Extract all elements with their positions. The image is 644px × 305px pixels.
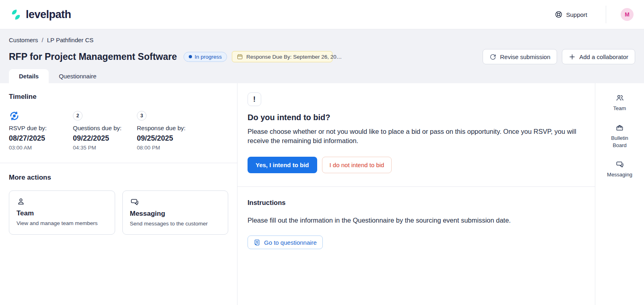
details-left-panel: Timeline [0, 83, 237, 305]
breadcrumb-current: LP Pathfinder CS [47, 37, 94, 43]
exclamation-icon: ! [248, 92, 261, 106]
rail-item-team[interactable]: Team [595, 94, 644, 112]
status-dot-icon [189, 55, 192, 58]
breadcrumb-customers[interactable]: Customers [9, 37, 38, 43]
left-panel-divider [0, 163, 237, 163]
rail-item-label: Bulletin Board [606, 135, 634, 149]
user-avatar[interactable]: M [621, 8, 634, 21]
bulletin-board-icon [615, 123, 624, 132]
timeline-step-label: Response due by: [137, 125, 201, 131]
revise-submission-button[interactable]: Revise submission [483, 49, 557, 64]
questionnaire-document-icon [254, 239, 260, 246]
levelpath-logo-icon [10, 8, 22, 21]
do-not-intend-to-bid-button[interactable]: I do not intend to bid [322, 157, 392, 173]
revise-submission-label: Revise submission [500, 53, 550, 60]
chat-bubbles-icon [130, 197, 221, 207]
intend-to-bid-button[interactable]: Yes, I intend to bid [248, 157, 317, 173]
timeline-step-label: RSVP due by: [9, 125, 73, 131]
support-label: Support [566, 11, 587, 18]
timeline-step-time: 08:00 PM [137, 145, 201, 151]
rail-item-label: Team [606, 105, 634, 112]
plus-icon [569, 53, 576, 60]
messaging-card[interactable]: Messaging Send messages to the customer [122, 190, 229, 235]
support-lifebuoy-icon [555, 10, 563, 18]
brand-logo[interactable]: levelpath [10, 8, 71, 21]
team-icon [615, 94, 624, 102]
timeline-step-date: 09/22/2025 [73, 134, 137, 143]
team-card-title: Team [17, 209, 107, 217]
status-badge: In progress [184, 52, 227, 62]
refresh-icon [489, 53, 496, 60]
timeline-step-questions: 2 Questions due by: 09/22/2025 04:35 PM [73, 111, 137, 151]
timeline-step-date: 09/25/2025 [137, 134, 201, 143]
breadcrumb: Customers / LP Pathfinder CS [9, 37, 635, 43]
timeline-step-label: Questions due by: [73, 125, 137, 131]
breadcrumb-separator: / [42, 37, 43, 43]
timeline-heading: Timeline [9, 93, 228, 101]
step-number-badge: 2 [73, 111, 83, 121]
more-actions-heading: More actions [9, 174, 228, 182]
support-button[interactable]: Support [555, 10, 587, 18]
team-card[interactable]: Team View and manage team members [9, 190, 115, 235]
timeline-step-date: 08/27/2025 [9, 134, 73, 143]
add-collaborator-label: Add a collaborator [579, 53, 628, 60]
due-date-badge: Response Due By: September 26, 20… [232, 51, 332, 62]
bid-description: Please choose whether or not you would l… [248, 127, 582, 145]
bid-heading: Do you intend to bid? [248, 113, 584, 122]
add-collaborator-button[interactable]: Add a collaborator [562, 49, 635, 64]
instructions-heading: Instructions [248, 199, 584, 207]
messaging-card-title: Messaging [130, 210, 221, 218]
timeline-step-time: 04:35 PM [73, 145, 137, 151]
tab-details[interactable]: Details [9, 69, 49, 83]
messaging-icon [615, 160, 624, 169]
bid-main-panel: ! Do you intend to bid? Please choose wh… [237, 83, 595, 305]
rail-item-bulletin-board[interactable]: Bulletin Board [595, 123, 644, 149]
timeline: RSVP due by: 08/27/2025 03:00 AM 2 Quest… [9, 111, 228, 151]
page-title: RFP for Project Management Software [9, 51, 177, 62]
timeline-step-response: 3 Response due by: 09/25/2025 08:00 PM [137, 111, 201, 151]
right-rail: Team Bulletin Board Messaging [595, 83, 644, 305]
header-divider [606, 6, 606, 23]
tab-questionnaire[interactable]: Questionnaire [49, 69, 106, 83]
calendar-icon [237, 53, 243, 60]
go-to-questionnaire-label: Go to questionnaire [264, 239, 317, 246]
go-to-questionnaire-button[interactable]: Go to questionnaire [248, 235, 323, 249]
status-badge-label: In progress [195, 54, 222, 60]
timeline-step-time: 03:00 AM [9, 145, 73, 151]
rail-item-messaging[interactable]: Messaging [595, 160, 644, 178]
brand-name: levelpath [26, 8, 71, 21]
team-card-subtitle: View and manage team members [17, 220, 107, 226]
person-icon [17, 197, 107, 206]
sub-header: Customers / LP Pathfinder CS RFP for Pro… [0, 29, 644, 83]
timeline-step-rsvp: RSVP due by: 08/27/2025 03:00 AM [9, 111, 73, 151]
due-date-badge-label: Response Due By: September 26, 20… [246, 54, 342, 60]
sync-in-progress-icon [9, 111, 20, 121]
tab-bar: Details Questionnaire [9, 69, 635, 83]
instructions-body: Please fill out the information in the Q… [248, 217, 584, 224]
rail-item-label: Messaging [606, 171, 634, 178]
top-bar: levelpath Support M [0, 0, 644, 29]
main-panel-divider [237, 186, 595, 187]
messaging-card-subtitle: Send messages to the customer [130, 221, 221, 227]
step-number-badge: 3 [137, 111, 147, 121]
